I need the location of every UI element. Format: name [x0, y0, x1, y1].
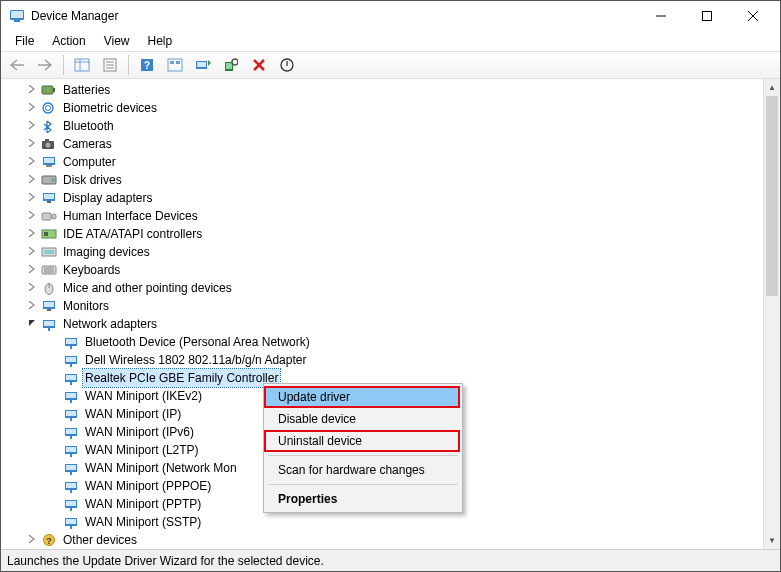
expand-chevron-icon[interactable]	[25, 315, 39, 333]
tree-category-ide[interactable]: IDE ATA/ATAPI controllers	[1, 225, 763, 243]
scroll-thumb[interactable]	[766, 96, 778, 296]
status-bar: Launches the Update Driver Wizard for th…	[1, 550, 780, 571]
network-icon	[63, 514, 79, 530]
tree-category-bluetooth[interactable]: Bluetooth	[1, 117, 763, 135]
tree-category-keyboard[interactable]: Keyboards	[1, 261, 763, 279]
expand-chevron-icon[interactable]	[25, 99, 39, 117]
tree-item-label: WAN Miniport (IKEv2)	[83, 387, 204, 405]
tree-category-mouse[interactable]: Mice and other pointing devices	[1, 279, 763, 297]
tree-item-label: Display adapters	[61, 189, 154, 207]
expand-chevron-icon[interactable]	[25, 225, 39, 243]
tree-category-display[interactable]: Display adapters	[1, 189, 763, 207]
help-button[interactable]: ?	[135, 54, 159, 76]
network-icon	[63, 424, 79, 440]
display-icon	[41, 190, 57, 206]
tree-category-hid[interactable]: Human Interface Devices	[1, 207, 763, 225]
context-menu-scan-hardware[interactable]: Scan for hardware changes	[266, 459, 460, 481]
expand-chevron-icon[interactable]	[25, 207, 39, 225]
menu-help[interactable]: Help	[140, 33, 181, 49]
tree-item-label: Keyboards	[61, 261, 122, 279]
show-hide-tree-button[interactable]	[70, 54, 94, 76]
network-icon	[63, 406, 79, 422]
expand-chevron-icon[interactable]	[25, 279, 39, 297]
tree-category-disk[interactable]: Disk drives	[1, 171, 763, 189]
expand-chevron-icon[interactable]	[25, 297, 39, 315]
svg-line-5	[748, 11, 758, 21]
imaging-icon	[41, 244, 57, 260]
window-controls	[638, 1, 776, 31]
properties-button[interactable]	[98, 54, 122, 76]
hid-icon	[41, 208, 57, 224]
tree-item-label: Human Interface Devices	[61, 207, 200, 225]
context-menu-uninstall-device[interactable]: Uninstall device	[266, 430, 460, 452]
tree-category-battery[interactable]: Batteries	[1, 81, 763, 99]
tree-category-monitor[interactable]: Monitors	[1, 297, 763, 315]
expand-chevron-icon[interactable]	[25, 189, 39, 207]
menu-action[interactable]: Action	[44, 33, 93, 49]
expand-chevron-icon[interactable]	[25, 243, 39, 261]
svg-rect-70	[66, 393, 76, 398]
svg-rect-27	[42, 86, 53, 94]
action-view-button[interactable]	[163, 54, 187, 76]
svg-rect-16	[168, 59, 182, 71]
tree-item-label: Monitors	[61, 297, 111, 315]
svg-rect-73	[66, 411, 76, 416]
scan-hardware-button[interactable]	[219, 54, 243, 76]
tree-category-biometric[interactable]: Biometric devices	[1, 99, 763, 117]
nav-forward-button[interactable]	[33, 54, 57, 76]
expand-chevron-icon[interactable]	[25, 171, 39, 189]
svg-rect-36	[46, 165, 52, 167]
tree-item-label: Batteries	[61, 81, 112, 99]
expand-chevron-icon[interactable]	[25, 153, 39, 171]
svg-point-38	[52, 179, 55, 182]
scroll-down-arrow[interactable]: ▼	[764, 532, 780, 549]
tree-category-camera[interactable]: Cameras	[1, 135, 763, 153]
context-menu-disable-device[interactable]: Disable device	[266, 408, 460, 430]
vertical-scrollbar[interactable]: ▲ ▼	[763, 79, 780, 549]
expand-chevron-icon[interactable]	[25, 261, 39, 279]
tree-item-label: IDE ATA/ATAPI controllers	[61, 225, 204, 243]
svg-rect-56	[47, 309, 51, 311]
tree-item-network-1[interactable]: Dell Wireless 1802 802.11a/b/g/n Adapter	[1, 351, 763, 369]
svg-rect-4	[703, 12, 712, 21]
context-menu-properties[interactable]: Properties	[266, 488, 460, 510]
network-icon	[63, 496, 79, 512]
tree-item-network-0[interactable]: Bluetooth Device (Personal Area Network)	[1, 333, 763, 351]
tree-category-network-adapters[interactable]: Network adapters	[1, 315, 763, 333]
tree-item-label: Network adapters	[61, 315, 159, 333]
camera-icon	[41, 136, 57, 152]
nav-back-button[interactable]	[5, 54, 29, 76]
uninstall-device-button[interactable]	[247, 54, 271, 76]
expand-chevron-icon[interactable]	[25, 135, 39, 153]
expand-chevron-icon[interactable]	[25, 117, 39, 135]
tree-item-label: Mice and other pointing devices	[61, 279, 234, 297]
context-menu-update-driver[interactable]: Update driver	[266, 386, 460, 408]
maximize-button[interactable]	[684, 1, 730, 31]
expand-chevron-icon[interactable]	[25, 81, 39, 99]
tree-item-label: Dell Wireless 1802 802.11a/b/g/n Adapter	[83, 351, 308, 369]
app-icon	[9, 8, 25, 24]
expand-chevron-icon[interactable]	[25, 531, 39, 549]
context-menu-separator	[268, 484, 458, 485]
disable-device-button[interactable]	[275, 54, 299, 76]
svg-rect-7	[75, 59, 89, 71]
tree-category-imaging[interactable]: Imaging devices	[1, 243, 763, 261]
tree-category-other-devices[interactable]: ?Other devices	[1, 531, 763, 549]
menu-view[interactable]: View	[96, 33, 138, 49]
svg-rect-42	[42, 213, 51, 220]
close-button[interactable]	[730, 1, 776, 31]
title-bar: Device Manager	[1, 1, 780, 31]
tree-item-network-10[interactable]: WAN Miniport (SSTP)	[1, 513, 763, 531]
menu-file[interactable]: File	[7, 33, 42, 49]
tree-item-label: WAN Miniport (SSTP)	[83, 513, 203, 531]
svg-rect-58	[44, 321, 54, 326]
svg-rect-17	[170, 61, 174, 64]
tree-item-label: Imaging devices	[61, 243, 152, 261]
tree-item-label: Bluetooth	[61, 117, 116, 135]
update-driver-button[interactable]	[191, 54, 215, 76]
scroll-up-arrow[interactable]: ▲	[764, 79, 780, 96]
svg-rect-45	[44, 232, 48, 236]
svg-rect-28	[53, 88, 55, 92]
minimize-button[interactable]	[638, 1, 684, 31]
tree-category-computer[interactable]: Computer	[1, 153, 763, 171]
